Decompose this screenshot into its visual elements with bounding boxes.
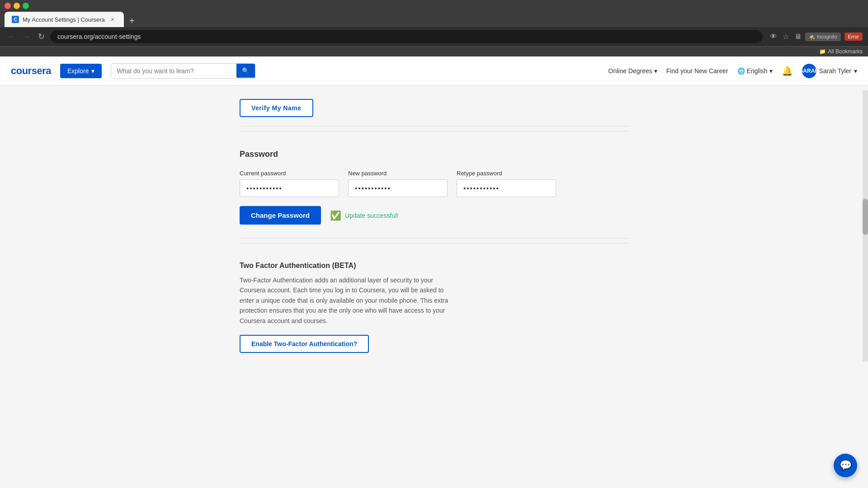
user-name-label: Sarah Tyler [819, 67, 851, 75]
section-divider-2 [240, 243, 628, 244]
retype-password-label: Retype password [457, 170, 556, 177]
incognito-label: Incognito [817, 34, 837, 39]
new-password-group: New password [348, 170, 448, 197]
url-text: coursera.org/account-settings [57, 33, 141, 40]
explore-button[interactable]: Explore ▾ [60, 64, 102, 78]
search-input[interactable] [111, 64, 236, 78]
bookmarks-label: All Bookmarks [828, 48, 863, 55]
scrollbar-thumb[interactable] [863, 199, 868, 235]
retype-password-group: Retype password [457, 170, 556, 197]
search-button[interactable]: 🔍 [236, 64, 255, 78]
password-fields: Current password New password Retype pas… [240, 170, 628, 197]
chevron-down-icon-lang: ▾ [769, 67, 773, 75]
two-factor-section: Two Factor Authentication (BETA) Two-Fac… [240, 248, 628, 366]
incognito-icon: 🕵 [809, 34, 815, 40]
career-label: Find your New Career [666, 67, 728, 75]
online-degrees-label: Online Degrees [609, 67, 652, 75]
browser-chrome: C My Account Settings | Coursera × + ← →… [0, 0, 868, 56]
new-password-label: New password [348, 170, 448, 177]
explore-label: Explore [67, 67, 89, 75]
error-badge: Error [844, 33, 863, 41]
search-bar: 🔍 [111, 63, 255, 79]
error-label: Error [848, 34, 859, 39]
success-text: Update successful! [345, 212, 398, 219]
current-password-input[interactable] [240, 179, 339, 197]
retype-password-input[interactable] [457, 179, 556, 197]
bookmarks-folder-icon: 📁 [819, 48, 826, 55]
current-password-label: Current password [240, 170, 339, 177]
window-controls [5, 3, 29, 9]
incognito-badge: 🕵 Incognito [805, 33, 841, 41]
address-bar: ← → ↻ coursera.org/account-settings 👁 ☆ … [0, 27, 868, 46]
section-divider [240, 131, 628, 131]
notifications-bell-icon[interactable]: 🔔 [782, 66, 793, 76]
site-header: coursera Explore ▾ 🔍 Online Degrees ▾ Fi… [0, 56, 868, 85]
password-actions: Change Password ✅ Update successful! [240, 206, 628, 225]
search-icon: 🔍 [242, 67, 250, 74]
window-maximize-button[interactable] [23, 3, 29, 9]
online-degrees-link[interactable]: Online Degrees ▾ [609, 67, 657, 75]
desktop-icon[interactable]: 🖥 [794, 33, 802, 41]
password-section-title: Password [240, 150, 628, 159]
tab-close-button[interactable]: × [108, 15, 117, 23]
verify-section: Verify My Name [240, 90, 628, 127]
star-icon[interactable]: ☆ [783, 33, 789, 41]
tab-bar: C My Account Settings | Coursera × + [0, 12, 868, 27]
active-tab[interactable]: C My Account Settings | Coursera × [5, 12, 124, 27]
address-icons: 👁 ☆ 🖥 [770, 33, 802, 41]
career-link[interactable]: Find your New Career [666, 67, 728, 75]
chevron-down-icon-user: ▾ [854, 67, 857, 75]
new-password-input[interactable] [348, 179, 448, 197]
avatar: SARAH [802, 64, 816, 78]
page-content: Verify My Name Password Current password… [231, 90, 637, 366]
two-factor-title: Two Factor Authentication (BETA) [240, 262, 628, 270]
tab-favicon: C [12, 16, 19, 23]
language-selector[interactable]: 🌐 English ▾ [737, 67, 773, 75]
window-close-button[interactable] [5, 3, 11, 9]
user-menu-button[interactable]: SARAH Sarah Tyler ▾ [802, 64, 857, 78]
bookmarks-bar: 📁 All Bookmarks [0, 46, 868, 56]
browser-titlebar [0, 0, 868, 12]
chevron-down-icon: ▾ [91, 67, 94, 75]
two-factor-description: Two-Factor Authentication adds an additi… [240, 275, 457, 326]
bookmarks-link[interactable]: 📁 All Bookmarks [819, 48, 863, 55]
success-check-icon: ✅ [330, 210, 341, 221]
verify-name-button[interactable]: Verify My Name [240, 99, 313, 117]
update-success-message: ✅ Update successful! [330, 210, 398, 221]
chevron-down-icon-degrees: ▾ [654, 67, 657, 75]
coursera-logo[interactable]: coursera [11, 65, 51, 77]
current-password-group: Current password [240, 170, 339, 197]
tab-title: My Account Settings | Coursera [23, 16, 105, 23]
eye-off-icon: 👁 [770, 33, 777, 41]
globe-icon: 🌐 [737, 67, 745, 75]
language-label: English [747, 67, 768, 75]
back-button[interactable]: ← [5, 30, 17, 43]
scrollbar[interactable] [863, 90, 868, 361]
enable-2fa-button[interactable]: Enable Two-Factor Authentication? [240, 335, 369, 353]
window-minimize-button[interactable] [14, 3, 20, 9]
url-bar[interactable]: coursera.org/account-settings [50, 30, 763, 43]
password-section: Password Current password New password R… [240, 136, 628, 239]
header-nav: Online Degrees ▾ Find your New Career 🌐 … [609, 64, 857, 78]
forward-button[interactable]: → [21, 30, 33, 43]
new-tab-button[interactable]: + [126, 14, 138, 27]
refresh-button[interactable]: ↻ [36, 30, 47, 43]
change-password-button[interactable]: Change Password [240, 206, 321, 225]
